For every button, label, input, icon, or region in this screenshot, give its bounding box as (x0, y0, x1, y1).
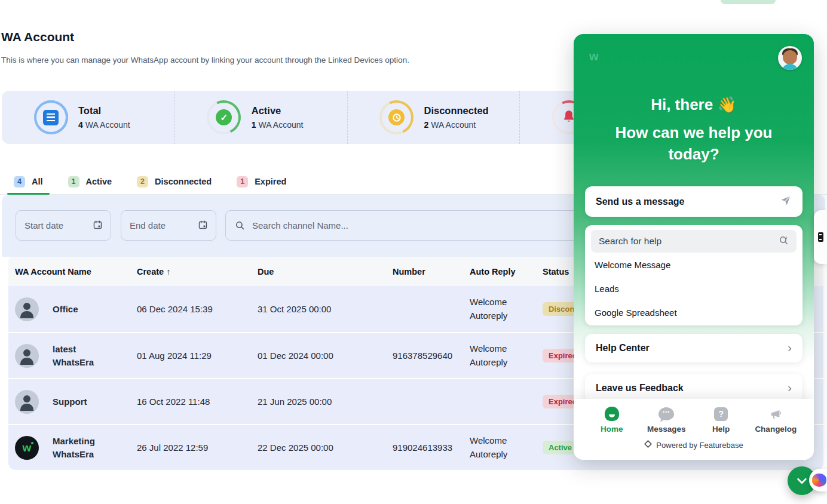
total-ring (36, 103, 65, 132)
feedback-button[interactable]: Leave us Feedback › (585, 374, 803, 402)
stat-card-disconnected: Disconnected 2 WA Account (347, 91, 520, 144)
stat-count: 1 (252, 120, 256, 130)
due-cell: 21 Jun 2025 00:00 (258, 397, 393, 407)
auto-reply-cell: Welcome Autoreply (470, 296, 527, 322)
avatar (15, 297, 39, 321)
due-cell: 31 Oct 2025 00:00 (258, 304, 393, 314)
stat-card-total: Total 4 WA Account (2, 91, 174, 144)
tab-all[interactable]: 4 All (1, 169, 56, 194)
help-icon: ? (713, 407, 729, 421)
start-date-field[interactable] (16, 210, 111, 241)
nav-home[interactable]: Home (588, 407, 636, 434)
stat-label: Active (252, 105, 304, 116)
account-name: Marketing (53, 436, 95, 446)
disconnected-ring (382, 103, 411, 132)
chevron-right-icon: › (788, 381, 792, 394)
end-date-field[interactable] (121, 210, 216, 241)
calendar-icon (198, 220, 208, 232)
send-icon (780, 195, 792, 209)
brand-avatar: w (15, 436, 39, 460)
nav-messages[interactable]: Messages (642, 407, 690, 434)
messages-icon (658, 407, 674, 421)
calendar-icon (93, 220, 103, 232)
col-create[interactable]: Create ↑ (137, 267, 258, 276)
help-center-label: Help Center (596, 343, 650, 354)
panel-handle-icon (818, 232, 823, 242)
chevron-down-icon (795, 474, 808, 487)
created-cell: 01 Aug 2024 11:29 (137, 351, 258, 361)
help-search-placeholder: Search for help (599, 236, 661, 247)
support-chat-widget: w Hi, there 👋 How can we help you today?… (574, 34, 814, 460)
account-name-line2: WhatsEra (53, 449, 94, 459)
send-message-button[interactable]: Send us a message (585, 186, 803, 217)
home-icon (604, 407, 620, 421)
side-panel-handle[interactable] (814, 210, 827, 264)
auto-reply-cell: Welcome Autoreply (470, 342, 527, 369)
document-icon (43, 110, 59, 125)
nav-help[interactable]: ? Help (697, 407, 745, 434)
col-number: Number (393, 267, 470, 276)
article-link-welcome-message[interactable]: Welcome Message (591, 253, 797, 276)
browser-extension-brain-button[interactable] (809, 469, 827, 491)
nav-changelog[interactable]: Changelog (752, 407, 800, 434)
page-title: WA Account (1, 30, 74, 44)
widget-question: How can we help you today? (595, 122, 792, 165)
feedback-label: Leave us Feedback (596, 383, 684, 394)
col-auto-reply: Auto Reply (470, 267, 543, 276)
created-cell: 06 Dec 2024 15:39 (137, 304, 258, 314)
page-subtitle: This is where you can manage your WhatsA… (1, 56, 409, 64)
created-cell: 16 Oct 2022 11:48 (137, 397, 258, 407)
changelog-icon (768, 407, 783, 421)
account-name: Support (53, 397, 87, 407)
tab-count-badge: 2 (137, 176, 148, 188)
stat-unit: WA Account (431, 120, 476, 130)
status-badge: Active (543, 441, 578, 454)
due-cell: 22 Dec 2025 00:00 (258, 442, 393, 453)
account-name: Office (53, 304, 78, 314)
stat-count: 4 (78, 120, 83, 130)
featurebase-icon (644, 440, 652, 450)
top-launcher-pill (721, 0, 776, 4)
stat-count: 2 (424, 120, 429, 130)
article-link-google-spreadsheet[interactable]: Google Spreadsheet (591, 300, 797, 324)
tab-label: Expired (255, 177, 286, 186)
created-cell: 26 Jul 2022 12:59 (137, 442, 258, 453)
page: WA Account This is where you can manage … (0, 0, 827, 504)
tab-label: All (32, 177, 43, 186)
tab-disconnected[interactable]: 2 Disconnected (124, 169, 224, 194)
powered-by-featurebase-link[interactable]: Powered by Featurebase (574, 440, 814, 450)
stat-unit: WA Account (258, 120, 303, 130)
brand-watermark: w (589, 50, 599, 63)
brain-icon (812, 474, 826, 487)
avatar (15, 344, 39, 368)
col-name: WA Account Name (15, 267, 137, 276)
stat-label: Disconnected (424, 105, 489, 116)
stat-label: Total (78, 105, 130, 116)
powered-label: Powered by Featurebase (656, 441, 743, 450)
tab-active[interactable]: 1 Active (56, 169, 125, 194)
tab-label: Disconnected (155, 177, 212, 186)
stat-card-active: ✓ Active 1 WA Account (174, 91, 347, 144)
sort-asc-icon: ↑ (166, 267, 170, 276)
tab-count-badge: 4 (14, 176, 25, 188)
tab-count-badge: 1 (68, 176, 79, 188)
search-icon (235, 220, 245, 233)
help-center-button[interactable]: Help Center › (585, 334, 803, 362)
chevron-right-icon: › (788, 341, 792, 354)
help-search-panel: Search for help Welcome Message Leads Go… (585, 225, 803, 325)
active-ring: ✓ (210, 103, 238, 132)
agent-avatar (778, 46, 802, 70)
article-link-leads[interactable]: Leads (591, 276, 797, 300)
tab-label: Active (86, 177, 112, 186)
search-icon (779, 235, 789, 248)
avatar (15, 390, 39, 414)
widget-bottom-nav: Home Messages ? Help Changelog (574, 399, 814, 460)
widget-greeting: Hi, there 👋 (574, 96, 814, 114)
account-name-line2: WhatsEra (53, 357, 94, 367)
number-cell: 919024613933 (393, 442, 470, 453)
help-search-input[interactable]: Search for help (591, 230, 797, 253)
col-due: Due (258, 267, 393, 276)
send-message-label: Send us a message (596, 196, 685, 207)
tab-expired[interactable]: 1 Expired (224, 169, 299, 194)
stat-unit: WA Account (85, 120, 130, 130)
